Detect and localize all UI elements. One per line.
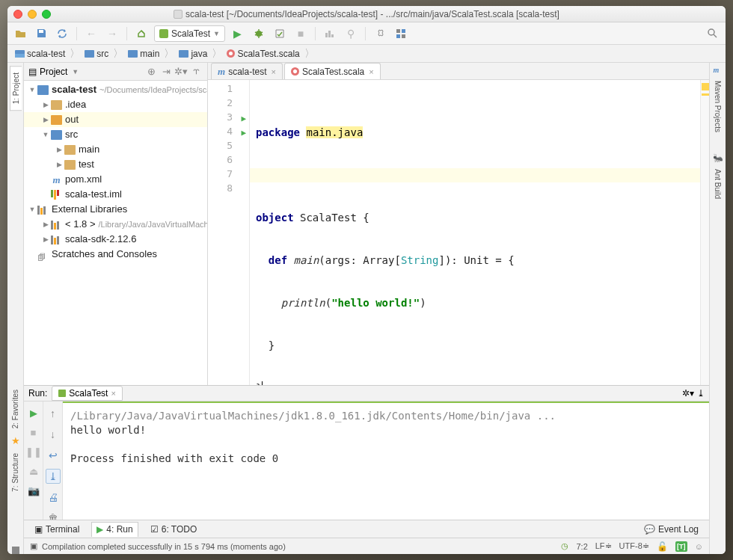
window-title: scala-test [~/Documents/IdeaProjects/sca… — [7, 9, 726, 19]
tree-row-pom[interactable]: mpom.xml — [24, 172, 207, 187]
console-output-line: hello world! — [70, 424, 146, 436]
svg-rect-7 — [396, 34, 400, 38]
tree-row-sdk[interactable]: ▶scala-sdk-2.12.6 — [24, 232, 207, 247]
code-editor[interactable]: 1 2 3▶ 4▶ 5 6 7 8 package main.java — [208, 80, 709, 385]
run-console-toolbar: ↑ ↓ ↩ ⤓ 🖨 🗑 — [43, 401, 63, 526]
svg-point-9 — [708, 29, 714, 35]
close-tab-button[interactable]: × — [271, 67, 275, 76]
attach-button[interactable]: ⚲ — [343, 25, 359, 42]
breadcrumb-java[interactable]: java — [176, 49, 210, 59]
event-log-tab[interactable]: 💬Event Log — [640, 522, 703, 537]
type-aware-badge[interactable]: [T] — [675, 541, 687, 552]
print-button[interactable]: 🖨 — [46, 490, 61, 505]
close-tab-button[interactable]: × — [369, 67, 373, 76]
collapse-all-button[interactable]: ⇥ — [159, 65, 173, 79]
run-configuration-select[interactable]: ScalaTest ▼ — [154, 25, 225, 42]
tree-row-scratches[interactable]: 🗐Scratches and Consoles — [24, 247, 207, 262]
warning-marker[interactable] — [702, 83, 709, 90]
tree-row-jdk[interactable]: ▶< 1.8 >/Library/Java/JavaVirtualMachine… — [24, 217, 207, 232]
debug-button[interactable] — [251, 25, 267, 42]
tree-row-src[interactable]: ▼src — [24, 127, 207, 142]
dump-threads-button[interactable]: 📷 — [27, 484, 40, 497]
error-stripe[interactable] — [700, 80, 709, 385]
todo-tab[interactable]: ☑6: TODO — [146, 522, 202, 537]
close-window-button[interactable] — [13, 10, 22, 19]
stop-button[interactable]: ■ — [292, 25, 309, 42]
editor-tab-scalatest[interactable]: ScalaTest.scala× — [284, 63, 381, 79]
coverage-button[interactable] — [272, 25, 288, 42]
breadcrumb-src[interactable]: src — [82, 49, 111, 59]
project-structure-button[interactable] — [393, 25, 409, 42]
tree-row-root[interactable]: ▼scala-test~/Documents/IdeaProjects/scal… — [24, 82, 207, 97]
tree-row-iml[interactable]: scala-test.iml — [24, 187, 207, 202]
undo-button[interactable]: ← — [83, 25, 99, 42]
project-tree[interactable]: ▼scala-test~/Documents/IdeaProjects/scal… — [24, 81, 207, 385]
tree-row-out[interactable]: ▶out — [24, 112, 207, 127]
up-stacktrace-button[interactable]: ↑ — [46, 406, 61, 421]
rerun-button[interactable]: ▶ — [27, 406, 40, 419]
sync-button[interactable] — [54, 25, 70, 42]
pause-run-button[interactable]: ❚❚ — [27, 445, 40, 458]
run-tab[interactable]: ▶4: Run — [91, 522, 138, 537]
breadcrumb-file[interactable]: ScalaTest.scala — [224, 49, 302, 59]
redo-button[interactable]: → — [104, 25, 120, 42]
event-log-icon: 💬 — [644, 524, 655, 535]
favorites-tool-tab[interactable]: 2: Favorites — [9, 383, 22, 435]
settings-button[interactable] — [372, 25, 388, 42]
hide-panel-button[interactable]: ⥾ — [189, 65, 203, 79]
save-all-button[interactable] — [33, 25, 49, 42]
caret-position[interactable]: 7:2 — [576, 542, 587, 551]
panel-settings-button[interactable]: ✲▾ — [174, 65, 188, 79]
svg-rect-0 — [39, 30, 43, 33]
line-separator[interactable]: LF≑ — [595, 541, 612, 551]
run-line-marker[interactable]: ▶ — [241, 128, 246, 138]
ant-icon: 🐜 — [713, 153, 723, 163]
run-panel-settings-button[interactable]: ✲▾ — [682, 388, 694, 399]
close-run-tab-button[interactable]: × — [111, 389, 115, 398]
stop-run-button[interactable]: ■ — [27, 425, 40, 439]
breadcrumb-main[interactable]: main — [125, 49, 162, 59]
run-config-label: ScalaTest — [171, 28, 210, 39]
open-button[interactable] — [12, 25, 28, 42]
minimize-window-button[interactable] — [28, 10, 37, 19]
zoom-window-button[interactable] — [42, 10, 51, 19]
down-stacktrace-button[interactable]: ↓ — [46, 427, 61, 442]
ide-window: scala-test [~/Documents/IdeaProjects/sca… — [7, 6, 726, 554]
dropdown-arrow-icon: ▼ — [213, 30, 220, 37]
folder-icon — [85, 50, 94, 58]
maven-tool-tab[interactable]: Maven Projects — [712, 75, 723, 138]
profile-button[interactable] — [322, 25, 338, 42]
tree-row-ext-lib[interactable]: ▼External Libraries — [24, 202, 207, 217]
run-line-marker[interactable]: ▶ — [241, 114, 246, 123]
readonly-lock-icon[interactable]: 🔓 — [657, 541, 668, 552]
run-button[interactable]: ▶ — [230, 25, 246, 42]
exit-button[interactable]: ⏏ — [27, 464, 40, 478]
line-gutter: 1 2 3▶ 4▶ 5 6 7 8 — [208, 80, 250, 385]
run-session-tab[interactable]: ScalaTest × — [52, 386, 122, 401]
scroll-to-end-button[interactable]: ⤓ — [46, 469, 61, 484]
editor-tabs: mscala-test× ScalaTest.scala× — [208, 63, 709, 80]
console-output[interactable]: /Library/Java/JavaVirtualMachines/jdk1.8… — [63, 401, 709, 526]
warning-marker[interactable] — [702, 93, 709, 96]
run-panel-hide-button[interactable]: ⤓ — [697, 388, 705, 399]
tree-row-test[interactable]: ▶test — [24, 157, 207, 172]
terminal-tab[interactable]: ▣Terminal — [30, 522, 84, 537]
editor-tab-pom[interactable]: mscala-test× — [211, 63, 283, 79]
build-button[interactable] — [133, 25, 150, 42]
soft-wrap-button[interactable]: ↩ — [46, 448, 61, 463]
breadcrumb-project[interactable]: scala-test — [12, 49, 68, 59]
project-tool-tab[interactable]: 1: Project — [10, 66, 22, 111]
ant-tool-tab[interactable]: Ant Build — [712, 163, 723, 205]
inspection-indicator[interactable]: ◷ — [561, 541, 568, 551]
scroll-to-source-button[interactable]: ⊕ — [144, 65, 158, 79]
tree-row-main[interactable]: ▶main — [24, 142, 207, 157]
svg-rect-4 — [331, 34, 334, 37]
svg-rect-6 — [402, 29, 405, 33]
tool-strip-square-icon — [12, 547, 19, 554]
module-icon — [15, 50, 25, 58]
hector-icon[interactable]: ☺ — [695, 542, 703, 551]
search-everywhere-button[interactable] — [705, 25, 721, 42]
file-encoding[interactable]: UTF-8≑ — [619, 541, 649, 551]
structure-tool-tab[interactable]: 7: Structure — [9, 446, 22, 499]
tree-row-idea[interactable]: ▶.idea — [24, 97, 207, 112]
